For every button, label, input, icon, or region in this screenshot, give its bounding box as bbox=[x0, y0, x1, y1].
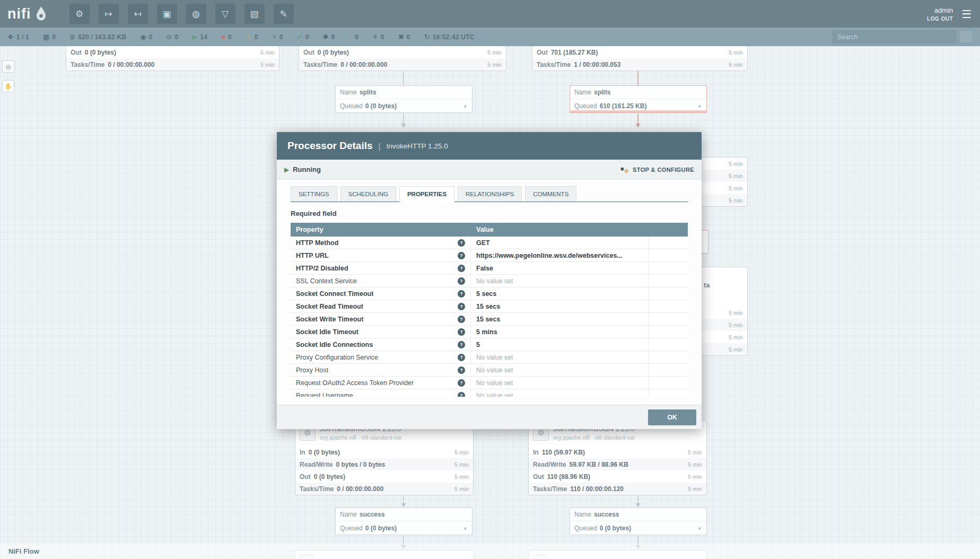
help-icon[interactable]: ? bbox=[458, 252, 465, 259]
tab-settings[interactable]: SETTINGS bbox=[291, 186, 337, 202]
processor[interactable]: ⚙ JoltTransformJSON 1.25.0 org.apache.ni… bbox=[295, 420, 474, 495]
threads-icon: ▦ bbox=[43, 33, 49, 40]
property-row: HTTP URL? https://www.pegelonline.wsv.de… bbox=[291, 249, 688, 262]
input-port-tool-icon[interactable]: ↦ bbox=[99, 4, 119, 24]
connection-arrow-icon bbox=[635, 503, 641, 507]
stat-row: Tasks/Time110 / 00:00:00.1205 min bbox=[529, 483, 706, 495]
property-cell: HTTP Method? bbox=[291, 237, 471, 249]
template-tool-icon[interactable]: ▤ bbox=[244, 4, 265, 24]
app-header: nifi ⚙ ↦ ↤ ▣ ◍ ▽ ▤ ✎ admin LOG OUT ☰ bbox=[0, 0, 980, 28]
up-to-date-icon: ✔ bbox=[297, 33, 303, 40]
connection-label[interactable]: Namesplits Queued0 (0 bytes)◐ bbox=[335, 85, 472, 113]
connection-label[interactable]: Namesuccess Queued0 (0 bytes)◐ bbox=[570, 508, 707, 535]
dialog-title-separator: | bbox=[379, 142, 381, 151]
tab-comments[interactable]: COMMENTS bbox=[525, 186, 576, 202]
connection-arrow-icon bbox=[401, 503, 406, 507]
logout-link[interactable]: LOG OUT bbox=[927, 16, 953, 22]
property-row: Socket Idle Timeout? 5 mins bbox=[291, 326, 688, 338]
property-cell: SSL Context Service? bbox=[291, 275, 471, 287]
component-toolbar: ⚙ ↦ ↤ ▣ ◍ ▽ ▤ ✎ bbox=[69, 4, 294, 24]
help-icon[interactable]: ? bbox=[458, 366, 465, 374]
invalid-icon: ⚠ bbox=[246, 33, 252, 40]
help-icon[interactable]: ? bbox=[458, 290, 465, 298]
cluster-icon: ❖ bbox=[7, 33, 14, 40]
help-icon[interactable]: ? bbox=[458, 392, 465, 397]
status-transmitting: ◉0 bbox=[140, 33, 152, 41]
navigate-palette-toggle[interactable]: ◎ bbox=[2, 60, 14, 73]
property-row: Request Username? No value set bbox=[291, 389, 688, 397]
property-cell: Socket Write Timeout? bbox=[291, 313, 471, 325]
tab-properties[interactable]: PROPERTIES bbox=[399, 186, 454, 202]
help-icon[interactable]: ? bbox=[458, 239, 465, 247]
processor[interactable]: Out701 (185.27 KB)5 min Tasks/Time1 / 00… bbox=[532, 46, 748, 71]
search-options-button[interactable] bbox=[959, 30, 973, 43]
dialog-title: Processor Details bbox=[287, 140, 373, 152]
help-icon[interactable]: ? bbox=[458, 265, 465, 272]
extra-cell bbox=[649, 262, 688, 274]
operate-palette-toggle[interactable]: ✋ bbox=[2, 80, 14, 92]
tab-scheduling[interactable]: SCHEDULING bbox=[340, 186, 396, 202]
connection-label[interactable]: Namesplits Queued610 (161.25 KB)◐ bbox=[570, 85, 707, 113]
processor[interactable]: Out0 (0 bytes)5 min Tasks/Time0 / 00:00:… bbox=[66, 46, 279, 71]
locally-modified-stale-icon: ✳ bbox=[372, 33, 378, 40]
nifi-drop-icon bbox=[35, 6, 47, 22]
help-icon[interactable]: ? bbox=[458, 277, 465, 285]
extra-cell bbox=[649, 338, 688, 351]
processor-tool-icon[interactable]: ⚙ bbox=[69, 4, 90, 24]
connection-arrow-icon bbox=[401, 124, 406, 127]
extra-cell bbox=[649, 389, 688, 397]
property-cell: HTTP/2 Disabled? bbox=[291, 262, 471, 274]
breadcrumb[interactable]: NiFi Flow bbox=[8, 547, 39, 555]
nifi-logo: nifi bbox=[7, 6, 47, 22]
help-icon[interactable]: ? bbox=[458, 328, 465, 336]
help-icon[interactable]: ? bbox=[458, 316, 465, 323]
dialog-body: Required field Property Value HTTP Metho… bbox=[277, 202, 702, 405]
property-cell: Socket Idle Timeout? bbox=[291, 326, 471, 338]
sync-failure-icon: ✖ bbox=[398, 33, 404, 40]
help-icon[interactable]: ? bbox=[458, 303, 465, 310]
tab-relationships[interactable]: RELATIONSHIPS bbox=[458, 186, 522, 202]
stat-row: Tasks/Time0 / 00:00:00.0005 min bbox=[299, 58, 506, 71]
help-icon[interactable]: ? bbox=[458, 341, 465, 348]
remote-process-group-tool-icon[interactable]: ◍ bbox=[186, 4, 206, 24]
properties-table-viewport[interactable]: HTTP Method? GET HTTP URL? https://www.p… bbox=[291, 237, 688, 397]
value-cell: No value set bbox=[471, 351, 649, 363]
property-cell: Request OAuth2 Access Token Provider? bbox=[291, 377, 471, 389]
flow-status-bar: ❖1 / 1 ▦0 ≣620 / 163.82 KB ◉0 ⊘0 ▶14 ■0 … bbox=[0, 28, 980, 46]
value-cell: 5 secs bbox=[471, 287, 649, 300]
running-icon: ▶ bbox=[192, 33, 197, 40]
connection-queue-row: Queued0 (0 bytes)◐ bbox=[336, 99, 472, 112]
search-input[interactable] bbox=[832, 30, 957, 43]
processor-details-dialog: Processor Details | InvokeHTTP 1.25.0 ▶ … bbox=[277, 132, 702, 429]
property-cell: Socket Connect Timeout? bbox=[291, 287, 471, 300]
nifi-logo-text: nifi bbox=[7, 6, 31, 22]
label-tool-icon[interactable]: ✎ bbox=[274, 4, 294, 24]
process-group-tool-icon[interactable]: ▣ bbox=[157, 4, 177, 24]
stat-row: Out0 (0 bytes)5 min bbox=[66, 46, 279, 58]
value-cell: 15 secs bbox=[471, 300, 649, 312]
property-row: Socket Connect Timeout? 5 secs bbox=[291, 287, 688, 300]
processor[interactable]: Out0 (0 bytes)5 min Tasks/Time0 / 00:00:… bbox=[299, 46, 506, 71]
global-menu-button[interactable]: ☰ bbox=[961, 8, 972, 20]
connection-queue-row: Queued610 (161.25 KB)◐ bbox=[570, 99, 706, 112]
connection-label[interactable]: Namesuccess Queued0 (0 bytes)◐ bbox=[335, 508, 472, 535]
processor[interactable]: ⚙ JoltTransformJSON 1.25.0 org.apache.ni… bbox=[528, 420, 707, 495]
status-sync-failure: ✖0 bbox=[398, 33, 410, 41]
connection-line bbox=[403, 71, 404, 85]
property-row: Socket Idle Connections? 5 bbox=[291, 338, 688, 351]
help-icon[interactable]: ? bbox=[458, 379, 465, 387]
ok-button[interactable]: OK bbox=[648, 409, 696, 425]
output-port-tool-icon[interactable]: ↤ bbox=[128, 4, 148, 24]
stat-row: Out0 (0 bytes)5 min bbox=[295, 470, 473, 483]
value-cell: False bbox=[471, 262, 649, 274]
funnel-tool-icon[interactable]: ▽ bbox=[215, 4, 235, 24]
disabled-icon: ⚡ bbox=[272, 33, 277, 40]
extra-cell bbox=[649, 300, 688, 312]
dialog-footer: OK bbox=[277, 405, 702, 429]
help-icon[interactable]: ? bbox=[458, 354, 465, 361]
stop-and-configure-button[interactable]: ■ ⚙ STOP & CONFIGURE bbox=[620, 165, 694, 173]
stale-icon: ↓ bbox=[348, 33, 352, 40]
stat-row: In110 (59.97 KB)5 min bbox=[529, 446, 706, 458]
property-cell: Socket Idle Connections? bbox=[291, 338, 471, 351]
operate-icon: ✋ bbox=[4, 83, 12, 90]
